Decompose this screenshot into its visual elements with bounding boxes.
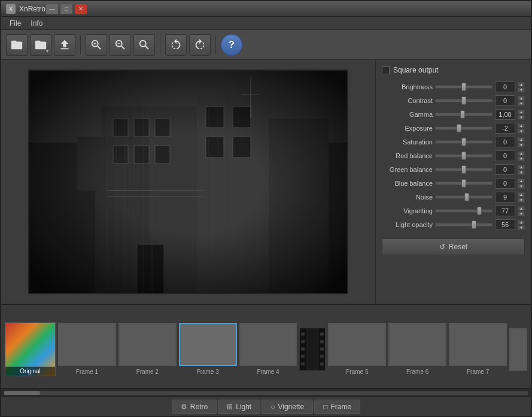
help-button[interactable]: ? <box>221 34 242 56</box>
minimize-button[interactable]: — <box>45 4 59 14</box>
square-output-checkbox[interactable] <box>382 67 390 74</box>
slider-track[interactable] <box>435 99 493 102</box>
tab-retro[interactable]: ⚙Retro <box>172 400 217 414</box>
spin-up[interactable]: ▲ <box>518 179 525 183</box>
control-row-red-balance: Red balance0▲▼ <box>382 150 525 161</box>
open-folder-button[interactable] <box>6 34 28 56</box>
spin-down[interactable]: ▼ <box>518 184 525 189</box>
slider-track[interactable] <box>435 182 493 185</box>
tab-light[interactable]: ⊞Light <box>218 400 260 414</box>
frame-box-2[interactable] <box>118 323 177 366</box>
spin-down[interactable]: ▼ <box>518 143 525 147</box>
slider-value: 0 <box>495 150 515 161</box>
slider-thumb[interactable] <box>461 138 466 146</box>
export-button[interactable] <box>54 34 75 56</box>
spin-up[interactable]: ▲ <box>518 151 525 156</box>
title-bar: X XnRetro — □ ✕ <box>1 1 531 17</box>
frame-thumb-3[interactable]: Frame 3 <box>179 323 237 375</box>
spin-down[interactable]: ▼ <box>518 211 525 216</box>
maximize-button[interactable]: □ <box>60 4 73 14</box>
frame-box-7[interactable] <box>449 323 507 366</box>
slider-track[interactable] <box>435 168 493 171</box>
slider-thumb[interactable] <box>464 193 469 201</box>
frame-thumb-7[interactable]: Frame 7 <box>449 323 507 375</box>
frame-box-3[interactable] <box>179 323 237 366</box>
slider-track[interactable] <box>435 223 493 226</box>
control-label: Saturation <box>382 138 433 146</box>
slider-value: 0 <box>495 95 515 106</box>
slider-track[interactable] <box>435 195 493 199</box>
spin-up[interactable]: ▲ <box>518 192 525 197</box>
spin-up[interactable]: ▲ <box>518 110 525 114</box>
film-hole <box>301 333 305 336</box>
spin-up[interactable]: ▲ <box>518 137 525 142</box>
control-row-blue-balance: Blue balance0▲▼ <box>382 178 525 189</box>
frame-box-6[interactable] <box>388 323 446 366</box>
spin-down[interactable]: ▼ <box>518 129 525 134</box>
slider-track[interactable] <box>435 154 493 158</box>
spin-down[interactable]: ▼ <box>518 170 525 175</box>
slider-track[interactable] <box>435 113 493 116</box>
scrollbar-thumb[interactable] <box>4 391 40 395</box>
film-hole <box>320 362 324 365</box>
spin-buttons: ▲▼ <box>518 96 525 106</box>
rotate-left-button[interactable] <box>165 34 187 56</box>
zoom-fit-button[interactable] <box>133 34 155 56</box>
slider-thumb[interactable] <box>460 110 465 119</box>
open-recent-button[interactable]: ▼ <box>30 34 51 56</box>
slider-thumb[interactable] <box>477 207 482 215</box>
spin-up[interactable]: ▲ <box>518 123 525 128</box>
spin-buttons: ▲▼ <box>518 165 525 175</box>
spin-down[interactable]: ▼ <box>518 156 525 161</box>
slider-value: 77 <box>495 206 515 216</box>
scrollbar-track[interactable] <box>4 391 528 395</box>
frame-thumb-6[interactable]: Frame 6 <box>388 323 446 375</box>
menu-info[interactable]: Info <box>26 18 47 29</box>
slider-thumb[interactable] <box>461 96 466 105</box>
spin-buttons: ▲▼ <box>518 179 525 189</box>
tab-frame[interactable]: □Frame <box>314 400 360 414</box>
slider-thumb[interactable] <box>461 152 466 160</box>
tab-label-frame: Frame <box>331 403 352 411</box>
frame-box-1[interactable] <box>58 323 116 366</box>
original-frame[interactable]: Original <box>5 322 56 376</box>
reset-button[interactable]: ↺ Reset <box>382 238 525 255</box>
frame-box-5[interactable] <box>328 323 386 366</box>
frame-thumb-1[interactable]: Frame 1 <box>58 323 116 375</box>
zoom-out-button[interactable] <box>110 34 131 56</box>
frame-thumb-5[interactable]: Frame 5 <box>328 323 386 375</box>
menu-bar: File Info <box>1 17 531 30</box>
slider-thumb[interactable] <box>461 83 466 91</box>
slider-value: -2 <box>495 123 515 134</box>
menu-file[interactable]: File <box>5 18 26 29</box>
rotate-right-button[interactable] <box>189 34 211 56</box>
slider-track[interactable] <box>435 85 493 89</box>
window-controls: — □ ✕ <box>45 4 87 14</box>
spin-down[interactable]: ▼ <box>518 115 525 120</box>
frame-thumb-2[interactable]: Frame 2 <box>118 323 177 375</box>
slider-thumb[interactable] <box>461 165 466 174</box>
close-button[interactable]: ✕ <box>74 4 87 14</box>
zoom-in-button[interactable] <box>86 34 107 56</box>
reset-icon: ↺ <box>439 243 445 251</box>
slider-thumb[interactable] <box>461 179 466 188</box>
spin-up[interactable]: ▲ <box>518 82 525 87</box>
slider-thumb[interactable] <box>472 220 476 229</box>
slider-track[interactable] <box>435 209 493 213</box>
slider-track[interactable] <box>435 126 493 130</box>
spin-up[interactable]: ▲ <box>518 206 525 211</box>
frame-box-4[interactable] <box>239 323 297 366</box>
frame-partial <box>509 328 527 371</box>
tab-vignette[interactable]: ○Vignette <box>262 400 313 414</box>
slider-thumb[interactable] <box>457 124 461 132</box>
spin-up[interactable]: ▲ <box>518 165 525 170</box>
frame-thumb-4[interactable]: Frame 4 <box>239 323 297 375</box>
spin-down[interactable]: ▼ <box>518 101 525 106</box>
spin-down[interactable]: ▼ <box>518 225 525 230</box>
spin-down[interactable]: ▼ <box>518 87 525 92</box>
film-section <box>299 328 326 371</box>
spin-down[interactable]: ▼ <box>518 198 525 203</box>
spin-up[interactable]: ▲ <box>518 220 525 225</box>
spin-up[interactable]: ▲ <box>518 96 525 101</box>
slider-track[interactable] <box>435 140 493 144</box>
